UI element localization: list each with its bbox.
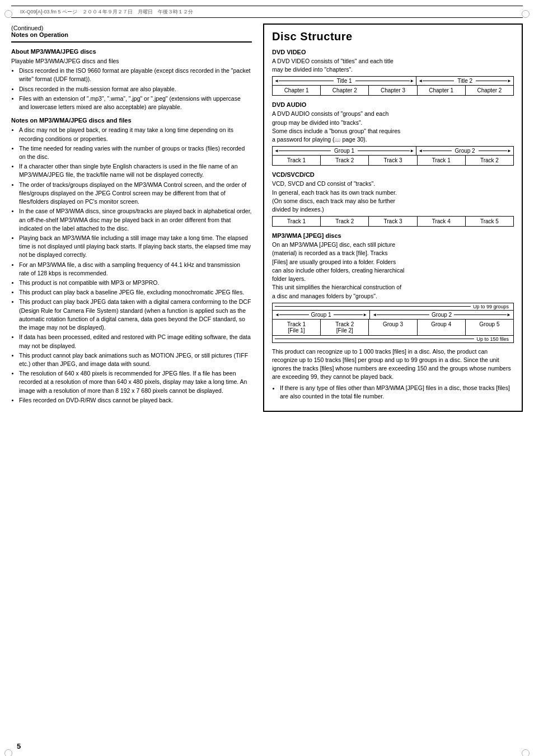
- disc-structure-title: Disc Structure: [272, 30, 514, 43]
- mp3-group3: Group 3: [369, 320, 417, 335]
- dvd-audio-desc: A DVD AUDIO consists of "groups" and eac…: [272, 110, 514, 144]
- list-item: The order of tracks/groups displayed on …: [19, 181, 252, 206]
- mp3-tracks-row: Track 1[File 1] Track 2[File 2] Group 3 …: [273, 320, 513, 335]
- title1-label: Title 1: [334, 78, 355, 84]
- vcd-track2: Track 2: [321, 217, 369, 226]
- da-track3: Track 3: [369, 156, 417, 165]
- corner-marker-bl: [4, 749, 12, 756]
- mp3-up99-label: Up to 99 groups: [471, 304, 511, 309]
- da-track2: Track 2: [321, 156, 369, 165]
- da-track1: Track 1: [273, 156, 321, 165]
- page-heading-line1: (Continued): [11, 25, 252, 31]
- dvd-video-chapter-row: Chapter 1 Chapter 2 Chapter 3 Chapter 1 …: [273, 86, 513, 95]
- mp3-group2-header: ◄ Group 2 ►: [370, 311, 513, 319]
- chapter5-cell: Chapter 2: [466, 86, 513, 95]
- list-item: Playing back an MP3/WMA file including a…: [19, 234, 252, 260]
- vcd-track4: Track 4: [418, 217, 466, 226]
- mp3-track2: Track 2[File 2]: [321, 320, 369, 335]
- dvd-audio-table: ◄ Group 1 ► ◄: [272, 146, 514, 166]
- bottom-text: This product can recognize up to 1 000 t…: [272, 348, 514, 382]
- dvd-video-desc1: A DVD VIDEO consists of "titles" and eac…: [272, 58, 394, 64]
- mp3-diagram: Up to 99 groups ◄ Group 1 ►: [272, 303, 514, 343]
- dvd-video-title-row: ◄ Title 1 ► ◄: [273, 77, 513, 86]
- da-track4: Track 1: [418, 156, 466, 165]
- page-heading: (Continued) Notes on Operation: [11, 25, 252, 38]
- list-item: For an MP3/WMA file, a disc with a sampl…: [19, 261, 252, 278]
- title2-label: Title 2: [454, 78, 476, 84]
- vcd-track1: Track 1: [273, 217, 321, 226]
- section2-bullets: A disc may not be played back, or readin…: [11, 126, 252, 405]
- section1-bullets: Discs recorded in the ISO 9660 format ar…: [11, 67, 252, 111]
- page: IX-Q09[A]-03.fm 5 ページ ２００４年９月２７日 月曜日 午後３…: [0, 6, 534, 756]
- list-item: In the case of MP3/WMA discs, since grou…: [19, 207, 252, 233]
- right-column: Disc Structure DVD VIDEO A DVD VIDEO con…: [263, 24, 523, 412]
- chapter3-cell: Chapter 3: [369, 86, 417, 95]
- dvd-audio-title: DVD AUDIO: [272, 101, 514, 108]
- list-item: This product cannot play back animations…: [19, 351, 252, 368]
- dvd-video-diagram: ◄ Title 1 ► ◄: [272, 76, 514, 96]
- list-item: This product can play back JPEG data tak…: [19, 298, 252, 332]
- main-content: (Continued) Notes on Operation About MP3…: [0, 18, 534, 417]
- mp3-table: Up to 99 groups ◄ Group 1 ►: [272, 303, 514, 343]
- header-text: IX-Q09[A]-03.fm 5 ページ ２００４年９月２７日 月曜日 午後３…: [20, 8, 193, 16]
- left-column: (Continued) Notes on Operation About MP3…: [11, 24, 252, 412]
- mp3-track1: Track 1[File 1]: [273, 320, 321, 335]
- vcd-desc: VCD, SVCD and CD consist of "tracks". In…: [272, 180, 514, 214]
- page-number: 5: [17, 742, 21, 750]
- bottom-bullet-item: If there is any type of files other than…: [280, 384, 514, 401]
- dvd-video-desc2: may be divided into "chapters".: [272, 66, 353, 73]
- vcd-diagram: Track 1 Track 2 Track 3 Track 4 Track 5: [272, 216, 514, 227]
- dvd-audio-group-row: ◄ Group 1 ► ◄: [273, 147, 513, 156]
- chapter4-cell: Chapter 1: [418, 86, 466, 95]
- mp3-groups-header: ◄ Group 1 ► ◄: [273, 311, 513, 320]
- list-item: A disc may not be played back, or readin…: [19, 126, 252, 143]
- title1-cell: ◄ Title 1 ►: [273, 77, 416, 85]
- list-item: Files recorded on DVD-R/RW discs cannot …: [19, 396, 252, 405]
- vcd-table: Track 1 Track 2 Track 3 Track 4 Track 5: [272, 216, 514, 227]
- vcd-track5: Track 5: [466, 217, 513, 226]
- section1-intro: Playable MP3/WMA/JPEG discs and files: [11, 57, 252, 65]
- disc-structure-box: Disc Structure DVD VIDEO A DVD VIDEO con…: [263, 24, 523, 412]
- mp3-title: MP3/WMA [JPEG] discs: [272, 232, 514, 239]
- mp3-group5: Group 5: [466, 320, 513, 335]
- chapter1-cell: Chapter 1: [273, 86, 321, 95]
- dvd-audio-group2-cell: ◄ Group 2 ►: [416, 147, 513, 155]
- list-item: Files with an extension of ".mp3", ".wma…: [19, 95, 252, 111]
- vcd-title: VCD/SVCD/CD: [272, 171, 514, 178]
- dvd-video-table: ◄ Title 1 ► ◄: [272, 76, 514, 96]
- corner-marker-tr: [522, 10, 530, 18]
- dvd-audio-track-row: Track 1 Track 2 Track 3 Track 1 Track 2: [273, 156, 513, 165]
- list-item: This product can play back a baseline JP…: [19, 288, 252, 297]
- list-item: Discs recorded in the multi-session form…: [19, 85, 252, 93]
- mp3-group4: Group 4: [418, 320, 466, 335]
- bottom-bullet-list: If there is any type of files other than…: [272, 384, 514, 401]
- list-item: The resolution of 640 x 480 pixels is re…: [19, 369, 252, 395]
- top-header: IX-Q09[A]-03.fm 5 ページ ２００４年９月２７日 月曜日 午後３…: [11, 6, 523, 18]
- vcd-track3: Track 3: [369, 217, 417, 226]
- list-item: If data has been processed, edited and r…: [19, 333, 252, 350]
- chapter2-cell: Chapter 2: [321, 86, 369, 95]
- dvd-audio-group1-cell: ◄ Group 1 ►: [273, 147, 416, 155]
- list-item: Discs recorded in the ISO 9660 format ar…: [19, 67, 252, 83]
- section2-title: Notes on MP3/WMA/JPEG discs and files: [11, 117, 252, 124]
- list-item: The time needed for reading varies with …: [19, 144, 252, 161]
- page-heading-line2: Notes on Operation: [11, 31, 252, 38]
- dvd-video-desc: A DVD VIDEO consists of "titles" and eac…: [272, 57, 514, 74]
- dvd-video-title: DVD VIDEO: [272, 49, 514, 55]
- corner-marker-br: [522, 749, 530, 756]
- title2-cell: ◄ Title 2 ►: [416, 77, 513, 85]
- corner-marker-tl: [4, 10, 12, 18]
- mp3-desc: On an MP3/WMA [JPEG] disc, each still pi…: [272, 241, 514, 300]
- section1-title: About MP3/WMA/JPEG discs: [11, 48, 252, 55]
- vcd-track-row: Track 1 Track 2 Track 3 Track 4 Track 5: [273, 217, 513, 226]
- dvd-audio-diagram: ◄ Group 1 ► ◄: [272, 146, 514, 166]
- mp3-group1-header: ◄ Group 1 ►: [273, 311, 370, 319]
- list-item: This product is not compatible with MP3i…: [19, 279, 252, 287]
- mp3-up150-label: Up to 150 files: [474, 336, 511, 342]
- mp3-up150-row: Up to 150 files: [273, 335, 513, 342]
- mp3-up99-row: Up to 99 groups: [273, 303, 513, 311]
- da-track5: Track 2: [466, 156, 513, 165]
- list-item: If a character other than single byte En…: [19, 162, 252, 179]
